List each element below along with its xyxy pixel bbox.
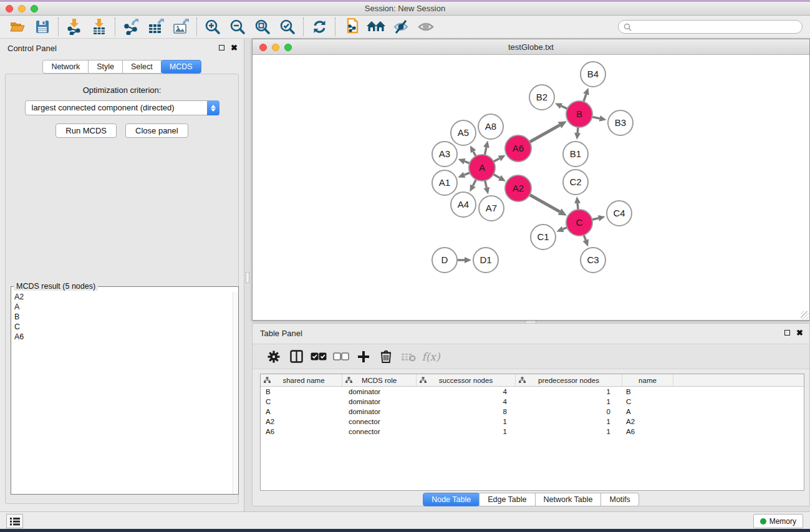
search-input[interactable] <box>635 22 797 31</box>
export-image-icon[interactable] <box>168 17 193 37</box>
save-session-icon[interactable] <box>30 17 55 37</box>
deselect-all-icon[interactable] <box>330 346 352 367</box>
open-session-icon[interactable] <box>5 17 30 37</box>
column-header-successor-nodes[interactable]: successor nodes <box>417 374 516 386</box>
column-header-shared-name[interactable]: shared name <box>261 374 342 386</box>
graph-edge[interactable] <box>577 127 578 133</box>
delete-icon[interactable] <box>375 346 397 367</box>
graph-edge[interactable] <box>584 94 586 102</box>
tab-node-table[interactable]: Node Table <box>423 493 480 506</box>
graph-edge[interactable] <box>465 162 470 163</box>
table-cell[interactable]: dominator <box>342 407 417 417</box>
table-cell[interactable]: 1 <box>516 417 622 427</box>
columns-icon[interactable] <box>285 346 307 367</box>
table-cell[interactable]: A2 <box>622 417 673 427</box>
table-cell[interactable]: B <box>622 387 673 397</box>
add-column-icon[interactable] <box>352 346 375 367</box>
table-cell[interactable]: A6 <box>261 427 342 437</box>
table-cell[interactable]: connector <box>342 417 417 427</box>
mcds-result-item[interactable]: A2 <box>12 292 232 302</box>
table-cell[interactable]: B <box>261 387 342 397</box>
table-cell[interactable]: 1 <box>417 427 516 437</box>
table-cell[interactable]: 8 <box>417 407 516 417</box>
column-header-predecessor-nodes[interactable]: predecessor nodes <box>516 374 622 386</box>
table-cell[interactable]: dominator <box>342 397 417 407</box>
clone-network-icon[interactable] <box>339 17 364 37</box>
column-header-mcds-role[interactable]: MCDS role <box>342 374 417 386</box>
table-row[interactable]: Cdominator41C <box>261 397 804 407</box>
table-cell[interactable]: 1 <box>516 387 622 397</box>
show-graphics-icon[interactable] <box>413 17 438 37</box>
graph-edge[interactable] <box>473 152 476 157</box>
tab-network[interactable]: Network <box>42 60 89 74</box>
first-neighbors-icon[interactable] <box>364 17 388 37</box>
table-cell[interactable]: 4 <box>417 387 516 397</box>
zoom-selected-icon[interactable] <box>275 17 300 37</box>
table-cell[interactable]: A6 <box>622 427 673 437</box>
table-cell[interactable]: 1 <box>516 397 622 407</box>
show-panels-button[interactable] <box>6 514 23 528</box>
table-cell[interactable]: 0 <box>516 407 622 417</box>
gear-icon[interactable] <box>263 346 285 367</box>
table-cell[interactable]: A2 <box>261 417 342 427</box>
table-cell[interactable]: A <box>622 407 673 417</box>
memory-button[interactable]: Memory <box>753 514 803 528</box>
import-network-icon[interactable] <box>62 17 87 37</box>
hide-graphics-icon[interactable] <box>388 17 413 37</box>
table-row[interactable]: Bdominator41B <box>261 387 804 397</box>
graph-edge[interactable] <box>529 195 559 211</box>
float-table-panel-icon[interactable] <box>784 330 790 336</box>
close-panel-icon[interactable]: ✖ <box>231 44 238 51</box>
resize-grip-icon[interactable] <box>801 311 809 319</box>
graph-edge[interactable] <box>494 158 499 162</box>
mcds-result-scrollbar[interactable] <box>233 292 238 494</box>
table-cell[interactable]: C <box>622 397 673 407</box>
graph-edge[interactable] <box>465 173 470 175</box>
table-row[interactable]: A6connector11A6 <box>261 427 804 437</box>
refresh-icon[interactable] <box>307 17 332 37</box>
graph-edge[interactable] <box>563 228 567 230</box>
select-all-icon[interactable] <box>307 346 330 367</box>
graph-edge[interactable] <box>473 180 476 186</box>
zoom-fit-icon[interactable] <box>250 17 275 37</box>
split-handle-vertical[interactable] <box>246 272 249 283</box>
run-mcds-button[interactable]: Run MCDS <box>55 123 117 138</box>
mcds-result-item[interactable]: C <box>12 322 232 332</box>
graph-edge[interactable] <box>529 125 559 142</box>
mcds-result-item[interactable]: B <box>12 312 232 322</box>
table-cell[interactable]: dominator <box>342 387 417 397</box>
graph-edge[interactable] <box>592 218 598 220</box>
mcds-result-item[interactable]: A <box>12 302 232 312</box>
table-cell[interactable]: C <box>261 397 342 407</box>
close-panel-button[interactable]: Close panel <box>125 123 188 138</box>
network-canvas[interactable]: B4B2BB3A8A5A6A3B1AA1C2A2A4A7C4CC1C3DD1 <box>253 55 809 320</box>
graph-edge[interactable] <box>485 180 487 187</box>
table-row[interactable]: Adominator80A <box>261 407 804 417</box>
export-network-icon[interactable] <box>118 17 143 37</box>
graph-edge[interactable] <box>584 235 586 240</box>
graph-edge[interactable] <box>485 147 486 155</box>
tab-style[interactable]: Style <box>88 60 123 74</box>
export-table-icon[interactable] <box>143 17 168 37</box>
table-cell[interactable]: 1 <box>417 417 516 427</box>
graph-edge[interactable] <box>493 174 499 178</box>
zoom-in-icon[interactable] <box>200 17 225 37</box>
graph-edge[interactable] <box>592 117 600 118</box>
table-row[interactable]: A2connector11A2 <box>261 417 804 427</box>
table-cell[interactable]: 1 <box>516 427 622 437</box>
mcds-result-item[interactable]: A6 <box>12 332 232 342</box>
table-cell[interactable]: A <box>261 407 342 417</box>
graph-edge[interactable] <box>577 203 578 210</box>
table-cell[interactable]: 4 <box>417 397 516 407</box>
float-panel-icon[interactable] <box>219 45 224 51</box>
optimization-select[interactable]: largest connected component (directed) <box>25 100 219 115</box>
import-table-icon[interactable] <box>87 17 112 37</box>
tab-network-table[interactable]: Network Table <box>535 493 602 506</box>
zoom-out-icon[interactable] <box>225 17 250 37</box>
search-field[interactable] <box>618 20 803 34</box>
tab-mcds[interactable]: MCDS <box>161 60 201 74</box>
graph-edge[interactable] <box>561 106 567 109</box>
close-table-panel-icon[interactable]: ✖ <box>796 329 803 336</box>
tab-select[interactable]: Select <box>122 60 162 74</box>
column-header-name[interactable]: name <box>622 374 673 386</box>
